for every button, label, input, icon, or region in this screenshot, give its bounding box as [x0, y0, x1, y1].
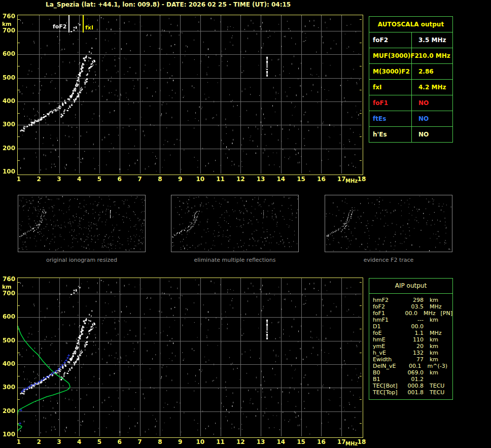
autoscala-row-ftes: ftEsNO	[369, 111, 452, 126]
bottom-y-tick-760: 760	[1, 276, 15, 283]
aip-value: 03.5	[402, 303, 424, 310]
aip-value: 000.8	[402, 383, 424, 389]
station-title: La_Spezia (lat: +44.1, lon: 009.8) - DAT…	[46, 1, 291, 8]
aip-value: 00.0	[402, 323, 424, 330]
aip-name: B1	[369, 376, 402, 383]
top-x-tick-12: 12	[235, 176, 246, 183]
thumbnail-original-canvas	[18, 195, 145, 252]
aip-name: hmE	[369, 336, 402, 343]
aip-value: 132	[402, 350, 424, 356]
aip-unit	[424, 376, 430, 383]
aip-name: foF2	[369, 303, 402, 310]
aip-row-tecbot: TEC[Bot]000.8TECU	[369, 383, 452, 389]
top-y-tick-300: 300	[1, 121, 15, 128]
aip-row-hve: h_vE132km	[369, 350, 452, 356]
aip-name: TEC[Top]	[369, 389, 402, 396]
aip-name: ymE	[369, 343, 402, 350]
top-x-tick-5: 5	[94, 176, 105, 183]
autoscala-label: M(3000)F2	[369, 64, 412, 79]
aip-table-rows: hmF2298kmfoF203.5MHzfoF100.0MHz[PN]hmF1-…	[369, 294, 452, 399]
thumbnail-evidence-canvas	[325, 195, 452, 252]
aip-row-ewidth: Ewidth77km	[369, 356, 452, 363]
aip-row-hmf1: hmF1---km	[369, 317, 452, 323]
top-x-tick-6: 6	[114, 176, 125, 183]
top-x-tick-14: 14	[275, 176, 287, 183]
autoscala-label: foF1	[369, 95, 412, 111]
aip-row-fof1: foF100.0MHz[PN]	[369, 310, 452, 317]
aip-name: hmF1	[369, 317, 402, 323]
aip-unit: km	[424, 369, 438, 376]
autoscala-value: NO	[412, 95, 452, 111]
aip-name: DelN_vE	[369, 363, 401, 369]
aip-row-tectop: TEC[Top]001.8TECU	[369, 389, 452, 396]
aip-note	[438, 317, 443, 323]
top-y-unit: km	[2, 21, 12, 27]
bottom-x-tick-7: 7	[134, 439, 146, 445]
aip-note	[444, 389, 449, 396]
bottom-x-tick-5: 5	[94, 439, 105, 445]
bottom-y-tick-600: 600	[1, 314, 15, 320]
autoscala-value: 10.0 MHz	[412, 48, 452, 63]
autoscala-row-fxi: fxI4.2 MHz	[369, 79, 452, 95]
aip-unit	[424, 323, 430, 330]
aip-unit: km	[424, 297, 438, 303]
thumbnail-evidence-f2	[325, 195, 452, 252]
aip-name: foF1	[369, 310, 399, 317]
top-y-tick-760: 760	[1, 13, 15, 20]
thumbnail-caption-evidence: evidence F2 trace	[325, 257, 452, 263]
aip-table-header: AIP output	[369, 279, 452, 294]
autoscala-row-muf3000f2: MUF(3000)F210.0 MHz	[369, 48, 452, 63]
thumbnail-caption-eliminate: eliminate multiple reflections	[171, 257, 299, 263]
top-y-tick-200: 200	[1, 145, 15, 152]
top-x-tick-7: 7	[134, 176, 146, 183]
top-y-tick-400: 400	[1, 98, 15, 105]
aip-value: 00.1	[401, 363, 421, 369]
autoscala-label: h'Es	[369, 127, 412, 142]
aip-note	[438, 356, 443, 363]
aip-note	[447, 363, 452, 369]
aip-value: ---	[402, 317, 424, 323]
top-y-tick-700: 700	[1, 27, 15, 34]
bottom-x-tick-4: 4	[74, 439, 85, 445]
aip-value: 001.8	[402, 389, 424, 396]
bottom-x-tick-16: 16	[315, 439, 327, 445]
autoscala-table-header: AUTOSCALA output	[369, 17, 452, 32]
bottom-x-tick-10: 10	[195, 439, 206, 445]
bottom-y-tick-300: 300	[1, 384, 15, 391]
aip-note	[430, 376, 435, 383]
autoscala-value: 4.2 MHz	[412, 80, 452, 95]
aip-value: 069.0	[402, 369, 424, 376]
bottom-y-tick-200: 200	[1, 408, 15, 415]
aip-name: foE	[369, 330, 402, 336]
aip-name: TEC[Bot]	[369, 383, 402, 389]
aip-note	[438, 336, 443, 343]
aip-value: 01.2	[402, 376, 424, 383]
aip-unit: MHz	[424, 330, 442, 336]
autoscala-output-table: AUTOSCALA output foF23.5 MHzMUF(3000)F21…	[369, 16, 453, 143]
autoscala-table-rows: foF23.5 MHzMUF(3000)F210.0 MHzM(3000)F22…	[369, 32, 452, 142]
bottom-x-tick-1: 1	[13, 439, 24, 445]
aip-note	[438, 297, 443, 303]
thumbnail-original-ionogram	[18, 195, 146, 252]
fxi-marker-label: fxI	[85, 24, 93, 31]
bottom-x-tick-18: 18	[356, 439, 367, 445]
aip-row-delnve: DelN_vE00.1m^(-3)	[369, 363, 452, 369]
fof2-marker-label: foF2	[53, 23, 67, 30]
bottom-x-tick-14: 14	[275, 439, 287, 445]
aip-row-yme: ymE20km	[369, 343, 452, 350]
aip-name: Ewidth	[369, 356, 402, 363]
aip-unit: MHz	[417, 310, 436, 317]
top-y-tick-500: 500	[1, 75, 15, 81]
aip-value: 1.1	[402, 330, 424, 336]
autoscala-value: NO	[412, 127, 452, 142]
aip-unit: m^(-3)	[422, 363, 447, 369]
autoscala-row-fof1: foF1NO	[369, 95, 452, 111]
aip-row-b1: B101.2	[369, 376, 452, 383]
top-x-tick-4: 4	[74, 176, 85, 183]
autoscala-value: NO	[412, 111, 452, 126]
bottom-ionogram-canvas	[18, 278, 362, 436]
aip-unit: km	[424, 356, 438, 363]
aip-note	[430, 323, 435, 330]
bottom-x-tick-8: 8	[154, 439, 165, 445]
autoscala-label: ftEs	[369, 111, 412, 126]
